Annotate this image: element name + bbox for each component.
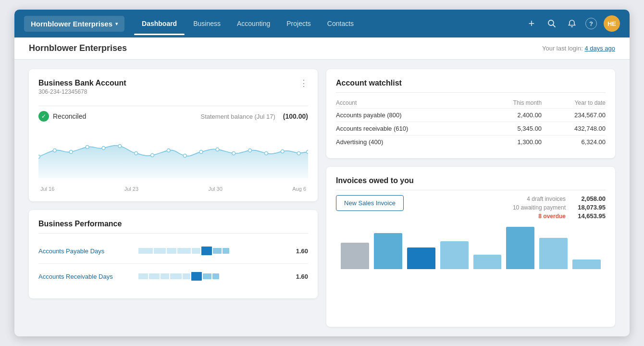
svg-point-5 — [86, 146, 89, 149]
nav-brand[interactable]: Hornblower Enterprises ▾ — [24, 16, 124, 32]
bar-seg — [177, 248, 191, 254]
search-icon[interactable] — [545, 17, 558, 30]
business-performance-card: Business Performance Accounts Payable Da… — [29, 210, 318, 298]
svg-point-10 — [167, 149, 170, 152]
nav-link-dashboard[interactable]: Dashboard — [134, 16, 185, 31]
inv-bar-1 — [374, 233, 402, 269]
invoices-stats: 4 draft invoices 2,058.00 10 awaiting pa… — [413, 195, 606, 221]
bank-chart — [38, 125, 308, 183]
row1-month: 5,345.00 — [483, 122, 542, 136]
stat-row-0: 4 draft invoices 2,058.00 — [413, 195, 606, 202]
line-chart-svg — [38, 125, 308, 178]
statement-balance: (100.00) — [283, 112, 308, 120]
stat-value-0: 2,058.00 — [570, 195, 606, 202]
reconcile-row: ✓ Reconciled Statement balance (Jul 17) … — [38, 111, 308, 122]
main-content: Business Bank Account 306-234-12345678 ⋮… — [14, 60, 630, 336]
brand-caret: ▾ — [115, 21, 118, 26]
stat-value-1: 18,073.95 — [570, 204, 606, 211]
bank-card-header: Business Bank Account 306-234-12345678 ⋮ — [38, 79, 308, 101]
avatar[interactable]: HE — [604, 15, 620, 32]
svg-point-11 — [183, 154, 186, 158]
left-column: Business Bank Account 306-234-12345678 ⋮… — [29, 69, 318, 327]
stat-label-1: 10 awaiting payment — [513, 204, 566, 211]
row0-month: 2,400.00 — [483, 109, 542, 122]
nav-link-contacts[interactable]: Contacts — [320, 16, 361, 31]
svg-point-7 — [118, 145, 122, 148]
bar-seg-highlight — [191, 272, 202, 281]
svg-point-13 — [216, 148, 219, 151]
table-row: Accounts receivable (610) 5,345.00 432,7… — [336, 122, 606, 136]
perf-value-0: 1.60 — [289, 247, 308, 255]
svg-line-1 — [553, 25, 556, 27]
invoices-divider — [336, 190, 606, 190]
bar-seg — [212, 273, 219, 279]
bar-seg — [154, 248, 166, 254]
statement-info: Statement balance (Jul 17) (100.00) — [200, 112, 308, 120]
statement-label: Statement balance (Jul 17) — [200, 113, 275, 120]
chart-label-3: Aug 6 — [292, 186, 306, 192]
chart-label-2: Jul 30 — [209, 186, 223, 192]
brand-label: Hornblower Enterprises — [31, 20, 112, 28]
bank-info: Business Bank Account 306-234-12345678 — [38, 79, 126, 101]
svg-point-16 — [265, 152, 268, 155]
svg-point-14 — [232, 152, 235, 155]
perf-row-0: Accounts Payable Days 1.60 — [38, 238, 308, 264]
bar-seg — [138, 273, 148, 279]
invoices-owed-card: Invoices owed to you New Sales Invoice 4… — [326, 167, 615, 327]
svg-point-12 — [199, 150, 203, 154]
stat-label-0: 4 draft invoices — [527, 196, 566, 202]
bar-seg — [149, 273, 160, 279]
svg-point-17 — [281, 150, 284, 153]
chart-label-0: Jul 16 — [40, 186, 54, 192]
watchlist-title: Account watchlist — [336, 79, 606, 87]
table-row: Accounts payable (800) 2,400.00 234,567.… — [336, 109, 606, 122]
row1-ytd: 432,748.00 — [542, 122, 606, 136]
bar-seg — [203, 273, 211, 279]
svg-point-8 — [135, 152, 138, 155]
row2-month: 1,300.00 — [483, 136, 542, 149]
bank-menu-icon[interactable]: ⋮ — [299, 79, 308, 87]
check-icon: ✓ — [38, 111, 49, 122]
table-row: Advertising (400) 1,300.00 6,324.00 — [336, 136, 606, 149]
bar-seg — [213, 248, 222, 254]
bell-icon[interactable] — [565, 17, 579, 30]
perf-label-0[interactable]: Accounts Payable Days — [38, 247, 135, 255]
bar-seg — [170, 273, 182, 279]
row0-ytd: 234,567.00 — [542, 109, 606, 122]
stat-label-overdue: 8 overdue — [538, 213, 566, 220]
inv-bar-0 — [341, 243, 369, 269]
nav-link-projects[interactable]: Projects — [279, 16, 319, 31]
help-icon[interactable]: ? — [585, 18, 597, 29]
nav-link-accounting[interactable]: Accounting — [229, 16, 278, 31]
stat-value-2: 14,653.95 — [570, 212, 606, 220]
stat-row-1: 10 awaiting payment 18,073.95 — [413, 204, 606, 211]
watchlist-table: Account This month Year to date Accounts… — [336, 98, 606, 148]
svg-point-19 — [307, 150, 308, 154]
perf-title: Business Performance — [38, 220, 308, 228]
col-this-month: This month — [483, 98, 542, 109]
row1-account: Accounts receivable (610) — [336, 122, 483, 136]
bank-account-title: Business Bank Account — [38, 79, 126, 87]
new-sales-invoice-button[interactable]: New Sales Invoice — [336, 195, 404, 211]
bar-seg — [167, 248, 176, 254]
watchlist-divider — [336, 92, 606, 93]
add-icon[interactable]: + — [525, 17, 538, 30]
nav-actions: + ? HE — [525, 15, 620, 32]
sub-header: Hornblower Enterprises Your last login: … — [14, 37, 630, 60]
bank-account-number: 306-234-12345678 — [38, 88, 126, 95]
bar-seg — [183, 273, 190, 279]
svg-point-15 — [248, 149, 252, 152]
row2-account: Advertising (400) — [336, 136, 483, 149]
svg-point-9 — [151, 154, 154, 157]
right-column: Account watchlist Account This month Yea… — [326, 69, 615, 327]
nav-links: Dashboard Business Accounting Projects C… — [134, 16, 525, 31]
invoices-title: Invoices owed to you — [336, 176, 606, 185]
bank-divider — [38, 106, 308, 106]
bar-seg — [138, 248, 153, 254]
invoices-top-row: New Sales Invoice 4 draft invoices 2,058… — [336, 195, 606, 221]
last-login-link[interactable]: 4 days ago — [584, 45, 615, 52]
perf-label-1[interactable]: Accounts Receivable Days — [38, 273, 135, 280]
svg-point-18 — [297, 152, 300, 155]
nav-link-business[interactable]: Business — [186, 16, 228, 31]
col-account: Account — [336, 98, 483, 109]
